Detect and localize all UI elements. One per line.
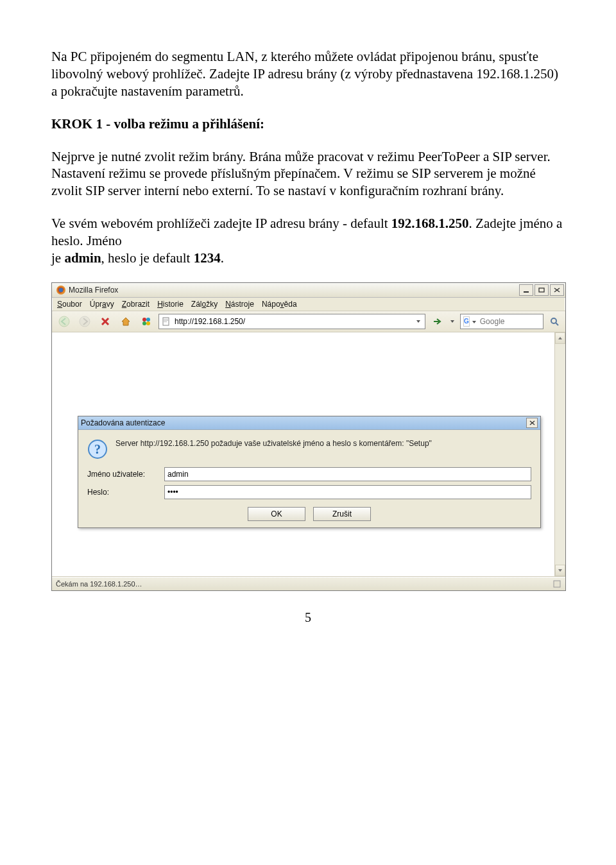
svg-point-10 xyxy=(142,318,146,321)
menu-soubor[interactable]: Soubor xyxy=(57,300,82,309)
username-input[interactable] xyxy=(164,467,531,481)
menu-historie[interactable]: Historie xyxy=(157,300,184,309)
go-dropdown-icon[interactable] xyxy=(450,317,456,326)
svg-point-1 xyxy=(59,288,63,292)
dropdown-icon[interactable] xyxy=(416,317,421,326)
text: , heslo je default xyxy=(101,250,194,266)
svg-point-6 xyxy=(59,316,69,327)
search-button[interactable] xyxy=(547,314,561,329)
browser-content: Požadována autentizace ? Server http://1… xyxy=(52,332,565,577)
default-ip: 192.168.1.250 xyxy=(391,216,469,231)
search-input[interactable] xyxy=(479,316,578,327)
dialog-message: Server http://192.168.1.250 požaduje vaš… xyxy=(116,439,531,448)
statusbar: Čekám na 192.168.1.250… xyxy=(52,577,565,590)
svg-rect-17 xyxy=(164,321,167,322)
default-user: admin xyxy=(64,250,101,266)
google-icon: G xyxy=(463,316,470,327)
cancel-button[interactable]: Zrušit xyxy=(313,507,371,521)
paragraph-mode: Nejprve je nutné zvolit režim brány. Brá… xyxy=(51,148,565,200)
menu-upravy[interactable]: Úpravy xyxy=(90,300,114,309)
menu-nastroje[interactable]: Nástroje xyxy=(225,300,254,309)
auth-dialog: Požadována autentizace ? Server http://1… xyxy=(78,416,541,528)
svg-rect-2 xyxy=(524,291,529,293)
password-label: Heslo: xyxy=(87,488,158,497)
go-button[interactable] xyxy=(429,314,446,329)
svg-point-12 xyxy=(142,321,146,325)
url-bar[interactable] xyxy=(158,314,425,329)
password-input[interactable] xyxy=(164,485,531,499)
stop-button[interactable] xyxy=(97,314,114,329)
status-text: Čekám na 192.168.1.250… xyxy=(56,580,142,588)
dialog-close-button[interactable] xyxy=(526,418,538,428)
scroll-up-button[interactable] xyxy=(555,332,565,344)
svg-point-13 xyxy=(146,321,150,325)
toolbar: G xyxy=(52,311,565,332)
menubar: Soubor Úpravy Zobrazit Historie Záložky … xyxy=(52,298,565,311)
firefox-icon xyxy=(56,285,66,295)
window-minimize-button[interactable] xyxy=(519,284,533,296)
svg-rect-16 xyxy=(164,320,168,321)
paragraph-login: Ve svém webovém prohlížeči zadejte IP ad… xyxy=(51,215,565,267)
scroll-down-button[interactable] xyxy=(555,565,565,576)
text: Ve svém webovém prohlížeči zadejte IP ad… xyxy=(51,216,391,231)
firefox-window: Mozilla Firefox Soubor Úpravy Zobrazit H… xyxy=(51,282,566,591)
home-button[interactable] xyxy=(117,314,134,329)
menu-napoveda[interactable]: Nápověda xyxy=(262,300,297,309)
menu-zobrazit[interactable]: Zobrazit xyxy=(122,300,150,309)
default-pass: 1234 xyxy=(194,250,221,266)
search-bar[interactable]: G xyxy=(460,314,543,329)
svg-line-19 xyxy=(556,323,558,325)
window-maximize-button[interactable] xyxy=(535,284,549,296)
back-button[interactable] xyxy=(56,314,73,329)
url-input[interactable] xyxy=(173,316,415,327)
username-label: Jméno uživatele: xyxy=(87,470,158,479)
step1-heading: KROK 1 - volba režimu a přihlášení: xyxy=(51,116,565,133)
svg-rect-15 xyxy=(164,319,168,320)
page-icon xyxy=(162,317,171,326)
svg-rect-3 xyxy=(539,288,544,292)
scroll-track[interactable] xyxy=(555,344,565,565)
page-number: 5 xyxy=(51,610,565,625)
svg-point-18 xyxy=(551,318,556,323)
ok-button[interactable]: OK xyxy=(248,507,305,521)
text: . xyxy=(221,250,224,266)
window-title: Mozilla Firefox xyxy=(69,286,519,295)
svg-point-11 xyxy=(146,318,150,321)
security-icon xyxy=(552,579,561,588)
addon-button[interactable] xyxy=(138,314,155,329)
paragraph-intro: Na PC připojeném do segmentu LAN, z kter… xyxy=(51,48,565,100)
question-icon: ? xyxy=(87,439,108,459)
svg-rect-24 xyxy=(554,581,560,587)
forward-button[interactable] xyxy=(76,314,93,329)
window-close-button[interactable] xyxy=(550,284,564,296)
menu-zalozky[interactable]: Záložky xyxy=(191,300,218,309)
window-titlebar: Mozilla Firefox xyxy=(52,283,565,298)
dialog-title: Požadována autentizace xyxy=(81,418,526,427)
vertical-scrollbar[interactable] xyxy=(554,332,565,576)
text: je xyxy=(51,250,64,266)
svg-point-7 xyxy=(80,316,90,327)
dialog-titlebar: Požadována autentizace xyxy=(78,416,540,430)
search-dropdown-icon[interactable] xyxy=(472,317,476,326)
svg-text:?: ? xyxy=(94,442,101,456)
